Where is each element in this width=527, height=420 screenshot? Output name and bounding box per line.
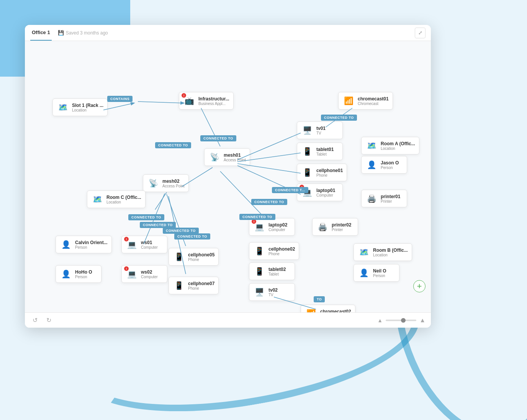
node-cell02[interactable]: 📱 cellphone02 Phone xyxy=(249,242,299,260)
active-tab[interactable]: Office 1 xyxy=(30,25,52,41)
chromecast01-type: Chromecast xyxy=(358,102,389,106)
node-neil[interactable]: 👤 Neil O Person xyxy=(354,264,399,282)
edge-label-conn10: CONNECTED TO xyxy=(174,233,210,240)
tablet01-icon: 📱 xyxy=(301,145,313,158)
printer02-type: Printer xyxy=(332,228,351,232)
mesh02-type: Access Point xyxy=(162,184,185,188)
zoom-controls: ▲ ▲ xyxy=(377,317,426,324)
svg-line-1 xyxy=(138,102,184,103)
mesh02-icon: 📡 xyxy=(147,177,159,189)
tablet02-name: tablet02 xyxy=(268,267,286,272)
ws02-alert: ! xyxy=(123,266,129,272)
roomC-icon: 🗺️ xyxy=(91,193,103,205)
edge-label-to: TO xyxy=(314,296,325,302)
edge-label-contains: CONTAINS xyxy=(107,96,133,102)
cell01-name: cellphone01 xyxy=(316,168,343,173)
edge-label-conn5: CONNECTED T... xyxy=(272,187,308,193)
mesh01-type: Access Point xyxy=(224,158,246,162)
node-laptop02[interactable]: ! 💻 laptop02 Computer xyxy=(249,218,295,236)
cell07-type: Phone xyxy=(188,286,214,290)
zoom-slider[interactable] xyxy=(386,320,416,321)
ws01-alert: ! xyxy=(123,236,129,242)
jason-icon: 👤 xyxy=(365,159,378,171)
printer01-icon: 🖨️ xyxy=(365,192,378,205)
mesh01-name: mesh01 xyxy=(224,153,246,158)
node-ws02[interactable]: ! 💻 ws02 Computer xyxy=(121,265,167,283)
neil-type: Person xyxy=(373,274,386,278)
mesh01-icon: 📡 xyxy=(208,151,221,163)
node-calvin[interactable]: 👤 Calvin Orient... Person xyxy=(56,236,112,253)
node-ws01[interactable]: ! 💻 ws01 Computer xyxy=(121,236,167,253)
node-tv02[interactable]: 🖥️ tv02 TV xyxy=(249,283,295,301)
roomA-icon: 🗺️ xyxy=(365,139,378,152)
printer02-icon: 🖨️ xyxy=(316,221,329,233)
roomA-name: Room A (Offic... xyxy=(381,141,415,146)
tablet02-type: Tablet xyxy=(268,272,286,276)
roomB-name: Room B (Offic... xyxy=(373,248,408,253)
printer01-name: printer01 xyxy=(381,194,400,199)
main-window: Office 1 💾 Saved 3 months ago ⤢ xyxy=(25,25,431,328)
cell07-icon: 📱 xyxy=(173,279,185,292)
chromecast01-icon: 📶 xyxy=(342,95,355,107)
zoom-thumb xyxy=(401,318,406,323)
zoom-in-icon[interactable]: ▲ xyxy=(419,317,426,324)
hoho-name: HoHo O xyxy=(75,269,92,275)
node-roomC[interactable]: 🗺️ Room C (Offic... Location xyxy=(87,190,146,208)
zoom-out-icon[interactable]: ▲ xyxy=(377,317,383,323)
hoho-type: Person xyxy=(75,275,92,279)
edge-label-conn3: CONNECTED TO xyxy=(321,115,357,121)
jason-type: Person xyxy=(381,166,399,170)
cell02-type: Phone xyxy=(268,252,295,256)
node-roomA[interactable]: 🗺️ Room A (Offic... Location xyxy=(361,137,419,154)
roomB-icon: 🗺️ xyxy=(358,246,370,258)
edge-label-conn9: CONNECTED TO xyxy=(163,228,199,234)
cell01-type: Phone xyxy=(316,173,343,177)
node-chromecast02[interactable]: 📶 chromecast02 Chromecast xyxy=(301,305,355,312)
tablet01-name: tablet01 xyxy=(316,147,334,152)
node-hoho[interactable]: 👤 HoHo O Person xyxy=(56,265,101,283)
node-printer02[interactable]: 🖨️ printer02 Printer xyxy=(312,218,358,236)
edge-label-conn2: CONNECTED TO xyxy=(200,135,236,141)
node-infra[interactable]: ! 📺 Infrastructur... Business Appl... xyxy=(179,92,234,110)
node-printer01[interactable]: 🖨️ printer01 Printer xyxy=(361,190,407,207)
roomC-type: Location xyxy=(106,200,141,204)
tablet02-icon: 📱 xyxy=(253,265,265,277)
calvin-name: Calvin Orient... xyxy=(75,240,108,245)
laptop02-type: Computer xyxy=(268,228,287,232)
ws02-name: ws02 xyxy=(141,269,158,275)
tab-label: Office 1 xyxy=(32,30,50,35)
node-mesh02[interactable]: 📡 mesh02 Access Point xyxy=(143,174,189,192)
ws01-name: ws01 xyxy=(141,240,158,245)
chromecast02-icon: 📶 xyxy=(305,307,317,312)
cell02-name: cellphone02 xyxy=(268,246,295,252)
cell02-icon: 📱 xyxy=(253,245,265,257)
node-tablet01[interactable]: 📱 tablet01 Tablet xyxy=(297,143,343,160)
node-jason[interactable]: 👤 Jason O Person xyxy=(361,156,407,174)
ws01-type: Computer xyxy=(141,245,158,249)
tv01-icon: 🖥️ xyxy=(301,124,313,136)
add-button[interactable]: + xyxy=(413,280,426,292)
infra-alert: ! xyxy=(181,92,187,98)
node-tv01[interactable]: 🖥️ tv01 TV xyxy=(297,121,343,139)
redo-button[interactable]: ↻ xyxy=(44,316,53,325)
node-chromecast01[interactable]: 📶 chromecast01 Chromecast xyxy=(338,92,393,110)
chromecast01-name: chromecast01 xyxy=(358,96,389,102)
node-slot1[interactable]: 🗺️ Slot 1 (Rack ... Location xyxy=(52,98,108,116)
node-mesh01[interactable]: 📡 mesh01 Access Point xyxy=(204,148,250,166)
node-tablet02[interactable]: 📱 tablet02 Tablet xyxy=(249,262,295,280)
svg-line-10 xyxy=(155,192,167,210)
node-cell07[interactable]: 📱 cellphone07 Phone xyxy=(169,277,219,294)
node-cell05[interactable]: 📱 cellphone05 Phone xyxy=(169,248,219,266)
chromecast02-name: chromecast02 xyxy=(320,309,351,313)
titlebar: Office 1 💾 Saved 3 months ago ⤢ xyxy=(25,25,431,41)
undo-button[interactable]: ↺ xyxy=(30,316,39,325)
ws02-type: Computer xyxy=(141,275,158,279)
edge-label-conn6: CONNECTED TO xyxy=(239,214,275,220)
slot1-name: Slot 1 (Rack ... xyxy=(72,103,103,108)
neil-icon: 👤 xyxy=(358,267,370,279)
node-roomB[interactable]: 🗺️ Room B (Offic... Location xyxy=(354,243,412,261)
node-cell01[interactable]: 📱 cellphone01 Phone xyxy=(297,164,347,181)
diagram-canvas: CONTAINS CONNECTED TO CONNECTED TO CONNE… xyxy=(25,41,431,312)
tv02-icon: 🖥️ xyxy=(253,286,265,298)
fullscreen-button[interactable]: ⤢ xyxy=(415,28,426,38)
